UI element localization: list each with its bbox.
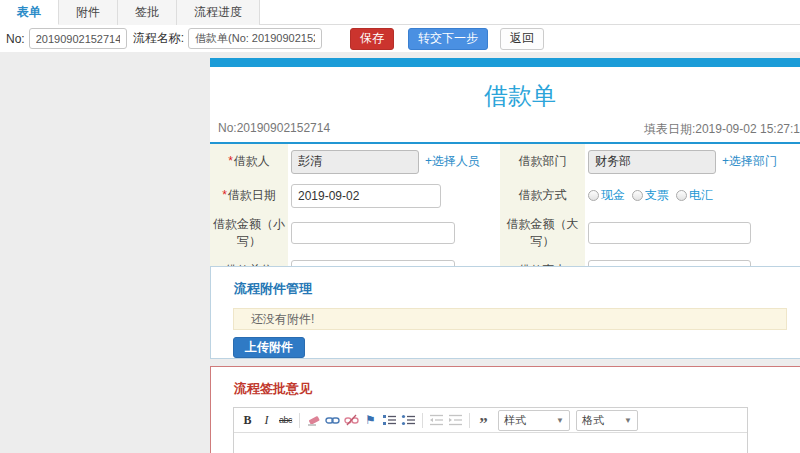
styles-dropdown[interactable]: 样式 ▼ (498, 410, 570, 431)
tab-approval[interactable]: 签批 (118, 0, 177, 25)
loan-date-input[interactable] (291, 184, 441, 208)
borrower-input[interactable] (291, 150, 419, 174)
bullet-list-icon[interactable] (400, 411, 417, 430)
approval-title: 流程签批意见 (211, 367, 800, 398)
toolbar-separator (299, 413, 300, 428)
radio-cheque[interactable]: 支票 (632, 187, 669, 204)
toolbar: No: 流程名称: 保存 转交下一步 返回 (0, 26, 800, 51)
form-meta-row: No:20190902152714 填表日期:2019-09-02 15:27:… (210, 121, 800, 142)
attachments-title: 流程附件管理 (211, 267, 800, 298)
required-marker: * (222, 188, 227, 202)
tab-form[interactable]: 表单 (0, 0, 59, 25)
editor-toolbar: B I abc ⚑ (234, 408, 747, 433)
form-title: 借款单 (210, 67, 800, 121)
italic-icon[interactable]: I (258, 411, 275, 430)
numbered-list-icon[interactable] (381, 411, 398, 430)
amount-upper-input[interactable] (588, 222, 751, 244)
link-icon[interactable] (324, 411, 341, 430)
department-label: 借款部门 (500, 144, 585, 179)
bold-icon[interactable]: B (239, 411, 256, 430)
radio-cash[interactable]: 现金 (588, 187, 625, 204)
tab-attachments[interactable]: 附件 (59, 0, 118, 25)
strikethrough-icon[interactable]: abc (277, 411, 294, 430)
amount-lower-input[interactable] (291, 222, 455, 244)
tab-bar: 表单 附件 签批 流程进度 (0, 0, 800, 25)
editor-content-area[interactable] (234, 433, 747, 453)
format-dropdown[interactable]: 格式 ▼ (576, 410, 638, 431)
toolbar-separator (422, 413, 423, 428)
borrower-label: *借款人 (210, 144, 288, 179)
rich-text-editor: B I abc ⚑ (233, 407, 748, 453)
approval-panel: 流程签批意见 B I abc ⚑ (210, 366, 800, 453)
no-label: No: (6, 32, 25, 46)
pick-department-link[interactable]: +选择部门 (722, 153, 777, 170)
required-marker: * (228, 154, 233, 168)
radio-circle-icon[interactable] (632, 190, 643, 201)
method-radio-group: 现金 支票 电汇 (588, 187, 713, 204)
loan-date-label: *借款日期 (210, 179, 288, 212)
radio-circle-icon[interactable] (588, 190, 599, 201)
chevron-down-icon: ▼ (556, 416, 564, 425)
process-name-label: 流程名称: (133, 30, 184, 47)
radio-wire[interactable]: 电汇 (676, 187, 713, 204)
remove-format-icon[interactable] (305, 411, 322, 430)
attachments-panel: 流程附件管理 还没有附件! 上传附件 (210, 266, 800, 359)
method-label: 借款方式 (500, 179, 585, 212)
department-input[interactable] (588, 150, 716, 174)
no-attachments-alert: 还没有附件! (233, 308, 787, 330)
upload-attachment-button[interactable]: 上传附件 (233, 337, 305, 358)
pick-person-link[interactable]: +选择人员 (425, 153, 480, 170)
save-button[interactable]: 保存 (350, 28, 394, 50)
blockquote-icon[interactable]: ” (475, 411, 492, 430)
chevron-down-icon: ▼ (624, 416, 632, 425)
outdent-icon (428, 411, 445, 430)
radio-circle-icon[interactable] (676, 190, 687, 201)
back-button[interactable]: 返回 (500, 28, 544, 50)
indent-icon (447, 411, 464, 430)
loan-form-panel: 借款单 No:20190902152714 填表日期:2019-09-02 15… (210, 58, 800, 290)
amount-upper-label: 借款金额（大写） (500, 212, 585, 254)
panel-accent-bar (210, 58, 800, 67)
form-date-text: 填表日期:2019-09-02 15:27:1 (644, 121, 800, 138)
toolbar-separator (469, 413, 470, 428)
anchor-flag-icon[interactable]: ⚑ (362, 411, 379, 430)
page-background: 借款单 No:20190902152714 填表日期:2019-09-02 15… (0, 52, 800, 453)
amount-lower-label: 借款金额（小写） (210, 212, 288, 254)
form-no-text: No:20190902152714 (218, 121, 330, 138)
unlink-icon[interactable] (343, 411, 360, 430)
tab-progress[interactable]: 流程进度 (177, 0, 260, 25)
next-step-button[interactable]: 转交下一步 (408, 28, 488, 50)
no-input[interactable] (29, 28, 127, 49)
process-name-input[interactable] (188, 28, 322, 49)
